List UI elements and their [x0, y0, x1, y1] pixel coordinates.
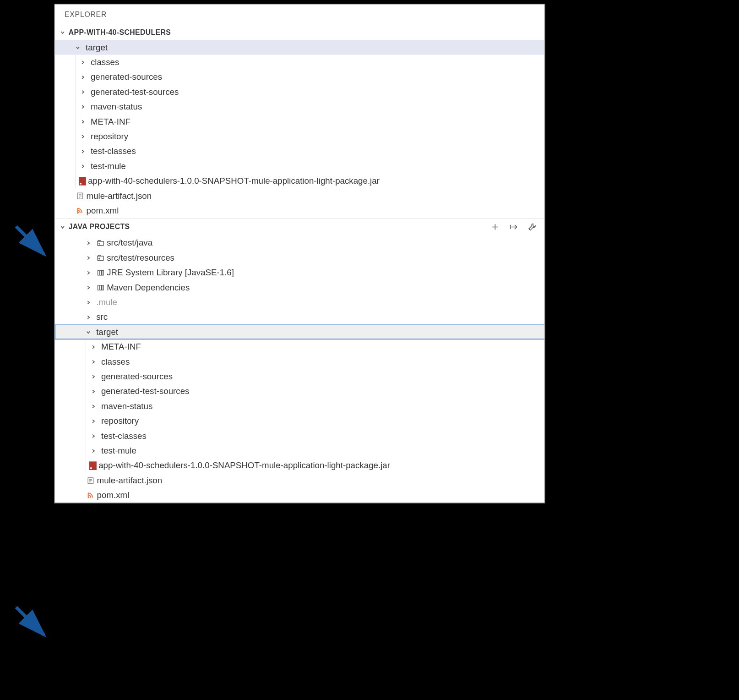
item-src-test-resources[interactable]: src/test/resources: [54, 251, 544, 265]
library-icon: [96, 268, 105, 277]
svg-rect-20: [102, 285, 103, 290]
folder-label: repository: [91, 131, 128, 142]
folder-meta-inf[interactable]: META-INF: [54, 114, 544, 129]
chevron-right-icon: [79, 132, 87, 140]
add-icon[interactable]: [490, 222, 500, 232]
folder-label: test-mule: [91, 161, 126, 171]
folder-label: generated-sources: [101, 372, 173, 382]
file-label: pom.xml: [97, 490, 130, 500]
svg-line-27: [16, 607, 44, 635]
project-section-header[interactable]: APP-WITH-40-SCHEDULERS: [54, 25, 544, 40]
folder-classes[interactable]: classes: [54, 55, 544, 70]
chevron-right-icon: [79, 88, 87, 96]
file-pom-xml-java[interactable]: pom.xml: [54, 488, 544, 503]
xml-icon: [87, 491, 95, 500]
project-section-label: APP-WITH-40-SCHEDULERS: [69, 28, 171, 37]
folder-target[interactable]: target: [54, 40, 544, 55]
folder-generated-sources-java[interactable]: generated-sources: [54, 369, 544, 384]
chevron-right-icon: [89, 358, 97, 366]
folder-repository-java[interactable]: repository: [54, 414, 544, 428]
folder-target-java[interactable]: target: [54, 325, 544, 339]
chevron-right-icon: [84, 284, 92, 291]
folder-classes-java[interactable]: classes: [54, 354, 544, 369]
chevron-down-icon: [59, 28, 66, 36]
export-icon[interactable]: [508, 222, 519, 232]
java-projects-section-header[interactable]: JAVA PROJECTS: [54, 218, 544, 235]
chevron-right-icon: [89, 417, 97, 425]
chevron-down-icon: [84, 328, 92, 336]
folder-maven-status-java[interactable]: maven-status: [54, 399, 544, 414]
chevron-down-icon: [74, 44, 82, 51]
package-folder-icon: [96, 253, 105, 262]
folder-maven-status[interactable]: maven-status: [54, 99, 544, 114]
file-mule-artifact-java[interactable]: mule-artifact.json: [54, 473, 544, 488]
chevron-right-icon: [84, 269, 92, 277]
chevron-right-icon: [79, 148, 87, 155]
file-label: mule-artifact.json: [97, 476, 163, 486]
folder-repository[interactable]: repository: [54, 129, 544, 144]
folder-label: test-classes: [91, 146, 136, 156]
file-jar[interactable]: app-with-40-schedulers-1.0.0-SNAPSHOT-mu…: [54, 174, 544, 188]
item-label: src/test/resources: [107, 253, 174, 263]
folder-label: test-mule: [101, 446, 136, 456]
folder-label: META-INF: [101, 342, 141, 352]
jar-icon: [79, 177, 86, 186]
folder-generated-sources[interactable]: generated-sources: [54, 70, 544, 84]
item-mule[interactable]: .mule: [54, 295, 544, 310]
item-label: JRE System Library [JavaSE-1.6]: [107, 268, 234, 278]
file-jar-java[interactable]: app-with-40-schedulers-1.0.0-SNAPSHOT-mu…: [54, 458, 544, 473]
folder-label: classes: [101, 356, 130, 366]
item-src[interactable]: src: [54, 310, 544, 324]
folder-test-classes[interactable]: test-classes: [54, 144, 544, 159]
tools-icon[interactable]: [527, 222, 537, 232]
folder-label: target: [96, 327, 118, 337]
item-jre-library[interactable]: JRE System Library [JavaSE-1.6]: [54, 265, 544, 280]
folder-generated-test-sources-java[interactable]: generated-test-sources: [54, 384, 544, 399]
file-label: mule-artifact.json: [87, 191, 152, 201]
file-label: app-with-40-schedulers-1.0.0-SNAPSHOT-mu…: [98, 460, 390, 470]
file-mule-artifact[interactable]: mule-artifact.json: [54, 188, 544, 203]
item-src-test-java[interactable]: src/test/java: [54, 235, 544, 250]
chevron-right-icon: [89, 432, 97, 440]
chevron-right-icon: [89, 372, 97, 380]
chevron-right-icon: [84, 254, 92, 262]
svg-rect-19: [100, 285, 101, 290]
folder-meta-inf-java[interactable]: META-INF: [54, 339, 544, 354]
item-maven-deps[interactable]: Maven Dependencies: [54, 280, 544, 295]
folder-label: target: [86, 42, 108, 52]
folder-test-classes-java[interactable]: test-classes: [54, 428, 544, 443]
svg-rect-12: [98, 256, 103, 260]
package-folder-icon: [96, 239, 105, 247]
explorer-title: EXPLORER: [54, 4, 544, 25]
chevron-right-icon: [89, 402, 97, 410]
folder-label: maven-status: [91, 102, 142, 112]
svg-rect-15: [98, 270, 99, 275]
chevron-right-icon: [89, 343, 97, 351]
chevron-right-icon: [79, 162, 87, 170]
section-actions: [490, 222, 538, 232]
file-label: pom.xml: [87, 206, 119, 216]
xml-icon: [76, 206, 85, 215]
svg-rect-18: [98, 285, 99, 290]
chevron-right-icon: [79, 58, 87, 66]
folder-label: META-INF: [91, 116, 130, 126]
explorer-panel: EXPLORER APP-WITH-40-SCHEDULERS target c…: [54, 4, 545, 503]
json-icon: [87, 476, 95, 485]
chevron-right-icon: [84, 313, 92, 321]
folder-generated-test-sources[interactable]: generated-test-sources: [54, 84, 544, 99]
svg-point-25: [88, 497, 90, 498]
svg-rect-16: [100, 270, 101, 275]
item-label: src: [96, 312, 108, 322]
folder-label: generated-sources: [91, 72, 162, 82]
chevron-right-icon: [84, 239, 92, 247]
item-label: src/test/java: [107, 238, 152, 248]
folder-test-mule-java[interactable]: test-mule: [54, 443, 544, 458]
arrow-annotation-icon: [13, 604, 52, 645]
folder-test-mule[interactable]: test-mule: [54, 159, 544, 173]
folder-label: maven-status: [101, 401, 152, 411]
chevron-right-icon: [79, 118, 87, 126]
svg-rect-17: [102, 270, 103, 275]
file-pom-xml[interactable]: pom.xml: [54, 203, 544, 218]
arrow-annotation-icon: [13, 223, 52, 264]
item-label: Maven Dependencies: [107, 282, 190, 292]
